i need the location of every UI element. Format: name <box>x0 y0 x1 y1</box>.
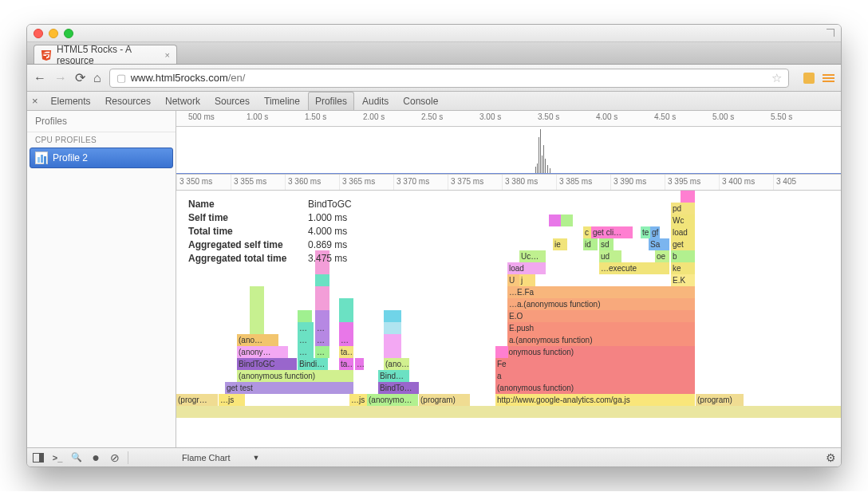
flame-bar[interactable]: E.K <box>671 274 695 286</box>
flame-bar[interactable] <box>339 310 353 322</box>
flame-bar[interactable] <box>339 322 353 334</box>
flame-bar[interactable] <box>339 298 353 310</box>
flame-bar[interactable] <box>495 346 508 358</box>
flame-bar[interactable]: load <box>671 226 695 238</box>
window-minimize-button[interactable] <box>49 29 58 38</box>
flame-bar[interactable]: Uc… <box>519 250 546 262</box>
profile-item[interactable]: Profile 2 <box>30 148 173 168</box>
flame-bar[interactable]: pd <box>671 203 695 215</box>
url-input[interactable]: ▢ www.html5rocks.com/en/ ☆ <box>109 69 789 88</box>
flame-bar[interactable] <box>250 298 264 310</box>
extension-icon[interactable] <box>803 73 815 84</box>
home-button[interactable]: ⌂ <box>93 71 101 85</box>
flame-bar[interactable]: … <box>298 346 314 358</box>
flame-bar[interactable]: …E.Fa <box>507 286 695 298</box>
clear-button[interactable]: ⊘ <box>108 451 121 464</box>
back-button[interactable]: ← <box>34 71 46 85</box>
flame-bar[interactable]: j <box>519 274 535 286</box>
flame-bar[interactable]: (ano… <box>237 334 278 346</box>
flame-bar[interactable]: … <box>315 322 329 334</box>
flame-bar[interactable]: ud <box>599 250 621 262</box>
record-button[interactable]: ● <box>89 451 102 464</box>
flame-bar[interactable]: …execute <box>599 262 669 274</box>
flame-bar[interactable]: E.push <box>507 322 695 334</box>
flame-bar[interactable] <box>176 406 841 418</box>
settings-gear-icon[interactable]: ⚙ <box>826 451 836 464</box>
devtools-tab-timeline[interactable]: Timeline <box>258 93 306 110</box>
devtools-tab-elements[interactable]: Elements <box>45 93 97 110</box>
devtools-tab-console[interactable]: Console <box>397 93 444 110</box>
flame-bar[interactable]: oe <box>655 250 669 262</box>
flame-bar[interactable]: (program) <box>696 394 744 406</box>
flame-bar[interactable] <box>315 310 329 322</box>
flame-bar[interactable]: (anonymous function) <box>237 370 353 382</box>
devtools-tab-network[interactable]: Network <box>159 93 207 110</box>
devtools-tab-sources[interactable]: Sources <box>208 93 256 110</box>
flame-bar[interactable] <box>250 310 264 322</box>
dock-side-button[interactable] <box>32 451 45 464</box>
flame-bar[interactable]: get test <box>225 382 353 394</box>
flame-bar[interactable] <box>384 322 401 334</box>
show-drawer-button[interactable]: >_ <box>51 451 64 464</box>
flame-bar[interactable]: U <box>507 274 519 286</box>
flame-bar[interactable] <box>315 274 329 286</box>
flame-bar[interactable]: (progr… <box>176 394 218 406</box>
menu-button[interactable] <box>823 74 834 82</box>
flame-bar[interactable]: ie <box>553 238 567 250</box>
flame-bar[interactable]: …js <box>219 394 245 406</box>
flame-bar[interactable]: (program) <box>419 394 470 406</box>
flame-bar[interactable]: get cli… <box>591 226 633 238</box>
overview-timeline[interactable] <box>176 127 841 175</box>
flame-bar[interactable]: http://www.google-analytics.com/ga.js <box>495 394 695 406</box>
flame-bar[interactable]: (anonymo… <box>367 394 418 406</box>
devtools-tab-resources[interactable]: Resources <box>99 93 157 110</box>
bookmark-star-icon[interactable]: ☆ <box>771 71 782 85</box>
devtools-close-icon[interactable]: × <box>32 95 38 107</box>
flame-bar[interactable]: ke <box>671 262 695 274</box>
flame-bar[interactable] <box>384 334 401 346</box>
flame-bar[interactable]: Sa <box>649 238 669 250</box>
flame-bar[interactable]: …js <box>349 394 367 406</box>
flame-bar[interactable]: load <box>507 262 546 274</box>
devtools-tab-profiles[interactable]: Profiles <box>308 92 354 110</box>
flame-bar[interactable]: E.O <box>507 310 695 322</box>
expand-icon[interactable] <box>827 29 834 37</box>
flame-bar[interactable]: …a.(anonymous function) <box>507 298 695 310</box>
flame-bar[interactable]: (anonymous function) <box>495 346 695 358</box>
flame-bar[interactable]: … <box>298 322 314 334</box>
flame-bar[interactable]: (ano… <box>384 358 409 370</box>
flame-bar[interactable]: … <box>298 334 314 346</box>
flame-bar[interactable] <box>250 322 264 334</box>
window-maximize-button[interactable] <box>64 29 73 38</box>
flame-bar[interactable]: Bindi… <box>298 358 328 370</box>
flame-bar[interactable] <box>250 286 264 298</box>
flame-bar[interactable]: (anonymous function) <box>495 382 695 394</box>
flame-bar[interactable]: BindToGC <box>237 358 297 370</box>
detail-ruler[interactable]: 3 350 ms3 355 ms3 360 ms3 365 ms3 370 ms… <box>176 175 841 191</box>
flame-bar[interactable] <box>549 215 561 226</box>
flame-bar[interactable] <box>298 310 312 322</box>
overview-ruler[interactable]: 500 ms1.00 s1.50 s2.00 s2.50 s3.00 s3.50… <box>176 111 841 127</box>
flame-bar[interactable]: te <box>641 226 650 238</box>
flame-bar[interactable]: sd <box>599 238 614 250</box>
flame-bar[interactable]: … <box>339 334 353 346</box>
flame-bar[interactable]: b <box>671 250 695 262</box>
flame-bar[interactable]: (anony… <box>237 346 288 358</box>
flame-chart[interactable]: NameBindToGCSelf time1.000 msTotal time4… <box>176 191 841 447</box>
reload-button[interactable]: ⟳ <box>75 70 85 85</box>
flame-bar[interactable]: ta… <box>339 346 353 358</box>
flame-bar[interactable] <box>315 286 329 298</box>
flame-bar[interactable]: … <box>315 334 329 346</box>
flame-bar[interactable]: id <box>583 238 598 250</box>
flame-bar[interactable] <box>681 191 695 203</box>
flame-bar[interactable]: a <box>495 370 695 382</box>
view-selector[interactable]: Flame Chart ▼ <box>182 453 259 463</box>
flame-bar[interactable]: … <box>315 346 329 358</box>
flame-bar[interactable]: Fe <box>495 358 695 370</box>
forward-button[interactable]: → <box>54 71 67 85</box>
flame-bar[interactable] <box>561 215 573 226</box>
flame-bar[interactable]: ta… <box>339 358 353 370</box>
tab-close-icon[interactable]: × <box>165 50 170 60</box>
flame-bar[interactable]: Bind… <box>378 370 409 382</box>
search-icon[interactable]: 🔍 <box>70 451 83 464</box>
